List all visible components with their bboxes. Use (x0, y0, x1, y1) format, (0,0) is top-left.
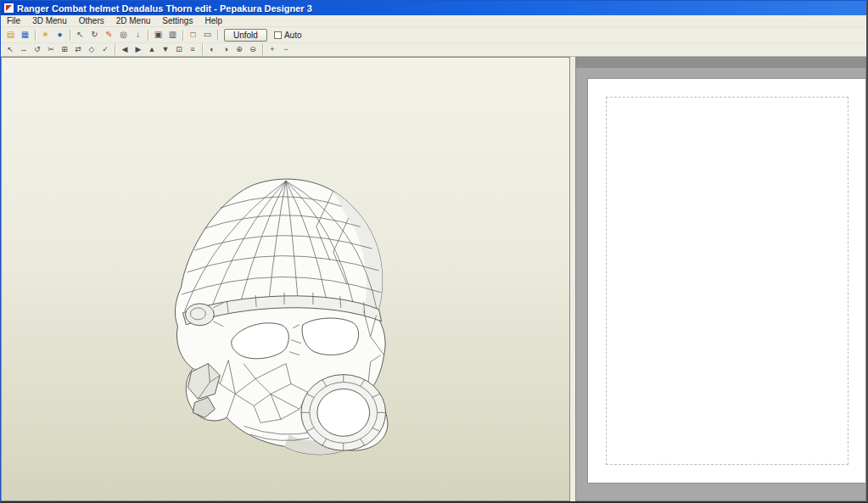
toolbar-separator (202, 44, 203, 55)
order-back-icon[interactable]: ◑ (219, 44, 232, 55)
rotate-island-icon[interactable]: ↺ (31, 44, 44, 55)
toolbar-separator (262, 44, 263, 55)
toolbar-2d-edit: ↖ ↔ ↺ ✂ ⊞ ⇄ ◇ ✓ ◀ ▶ ▲ ▼ ⊡ ≡ ◐ ◑ ⊕ ⊖ + − (1, 43, 866, 57)
distribute-icon[interactable]: ≡ (186, 44, 199, 55)
pen-tool-icon[interactable]: ✎ (102, 29, 116, 42)
ungroup-icon[interactable]: ⊖ (246, 44, 260, 55)
app-icon (4, 3, 14, 13)
page-margin-guide (606, 97, 848, 465)
open-file-icon[interactable]: ▤ (3, 29, 18, 42)
align-down-icon[interactable]: ▼ (159, 44, 172, 55)
move-island-icon[interactable]: ↔ (17, 44, 31, 55)
check-edge-icon[interactable]: ✓ (98, 44, 112, 55)
menu-file[interactable]: File (1, 15, 26, 27)
menu-others[interactable]: Others (73, 15, 110, 27)
app-window: Ranger Combat helmet Deadalus Thorn edit… (0, 0, 868, 503)
pattern-window-icon[interactable]: ▥ (165, 29, 180, 42)
toolbar-separator (115, 44, 115, 55)
flip-island-icon[interactable]: ⇄ (71, 44, 85, 55)
select-part-icon[interactable]: ↖ (3, 44, 17, 55)
viewport-3d[interactable] (1, 57, 570, 501)
toolbar-separator (70, 30, 70, 41)
menu-help[interactable]: Help (199, 15, 228, 27)
align-up-icon[interactable]: ▲ (145, 44, 159, 55)
edit-flap-icon[interactable]: ◇ (85, 44, 98, 55)
zoom-in-2d-icon[interactable]: + (266, 44, 279, 55)
anchor-point-icon[interactable]: ↓ (131, 29, 145, 42)
toolbar-separator (217, 30, 218, 41)
rotate-model-icon[interactable]: ↻ (87, 29, 102, 42)
align-right-icon[interactable]: ▶ (132, 44, 145, 55)
texture-view-icon[interactable]: ● (53, 29, 67, 42)
align-left-icon[interactable]: ◀ (118, 44, 132, 55)
order-front-icon[interactable]: ◐ (205, 44, 219, 55)
snap-grid-icon[interactable]: ⊡ (172, 44, 186, 55)
select-arrow-icon[interactable]: ↖ (73, 29, 87, 42)
zoom-tool-icon[interactable]: ◎ (116, 29, 131, 42)
main-split (1, 57, 866, 501)
light-bulb-icon[interactable]: ☀ (38, 29, 53, 42)
auto-checkbox-group: Auto (274, 31, 302, 40)
auto-checkbox[interactable] (274, 31, 282, 39)
menu-2d-menu[interactable]: 2D Menu (110, 15, 157, 27)
toolbar-main: ▤ ▦ ☀ ● ↖ ↻ ✎ ◎ ↓ ▣ ▥ □ ▭ Unfold Auto (1, 27, 866, 43)
titlebar[interactable]: Ranger Combat helmet Deadalus Thorn edit… (1, 1, 866, 15)
group-icon[interactable]: ⊕ (232, 44, 246, 55)
menu-3d-menu[interactable]: 3D Menu (26, 15, 73, 27)
window-2d-icon[interactable]: □ (186, 29, 200, 42)
copy-page-icon[interactable]: ▣ (151, 29, 165, 42)
menubar: File 3D Menu Others 2D Menu Settings Hel… (1, 15, 866, 27)
toolbar-separator (148, 30, 148, 41)
window-title: Ranger Combat helmet Deadalus Thorn edit… (17, 3, 312, 14)
save-icon[interactable]: ▦ (18, 29, 32, 42)
join-edge-icon[interactable]: ⊞ (58, 44, 71, 55)
viewport-2d[interactable] (575, 57, 866, 501)
unfold-button[interactable]: Unfold (224, 29, 267, 42)
helmet-model[interactable] (2, 58, 569, 500)
pattern-page[interactable] (587, 78, 866, 483)
zoom-out-2d-icon[interactable]: − (279, 44, 293, 55)
auto-checkbox-label: Auto (284, 31, 302, 40)
divide-edge-icon[interactable]: ✂ (44, 44, 58, 55)
window-3d-icon[interactable]: ▭ (200, 29, 215, 42)
toolbar-separator (182, 30, 183, 41)
menu-settings[interactable]: Settings (156, 15, 199, 27)
toolbar-separator (35, 30, 36, 41)
